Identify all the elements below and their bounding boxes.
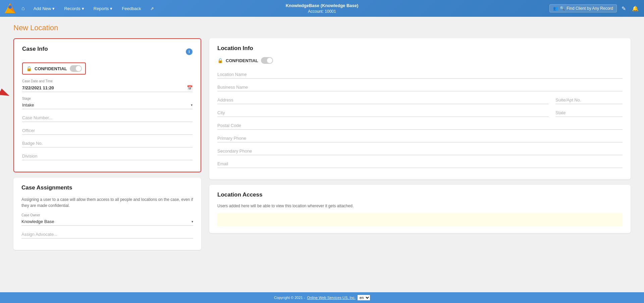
stage-field: Intake Active Closed ▾ <box>22 101 193 109</box>
footer-company-link[interactable]: Online Web Services US, Inc. <box>307 296 356 300</box>
reports-chevron: ▾ <box>110 6 112 11</box>
account-info: Account: 10001 <box>286 9 359 14</box>
assignments-description: Assigning a user to a case will allow th… <box>21 197 193 209</box>
location-name-input[interactable] <box>217 71 623 79</box>
lock-icon: 🔒 <box>26 66 32 71</box>
confidential-label: CONFIDENTIAL <box>35 66 67 71</box>
location-info-card: Location Info 🔒 CONFIDENTIAL <box>209 38 631 179</box>
svg-point-2 <box>8 5 12 9</box>
email-input[interactable] <box>217 160 623 168</box>
location-name-group <box>217 71 623 79</box>
case-owner-label: Case Owner <box>21 213 193 217</box>
suite-input[interactable] <box>555 96 623 104</box>
share-button[interactable]: ⇗ <box>147 5 157 12</box>
left-column: Case Info i 🔒 CONFIDENTIAL Case Date and… <box>13 38 201 250</box>
postal-input[interactable] <box>217 122 623 130</box>
division-group <box>22 152 193 160</box>
confidential-toggle-row: 🔒 CONFIDENTIAL <box>22 62 86 75</box>
notification-bell[interactable]: 🔔 <box>631 4 640 13</box>
case-assignments-title: Case Assignments <box>21 184 193 191</box>
case-owner-select[interactable]: Knowledge Base <box>21 219 192 224</box>
location-access-title: Location Access <box>217 191 623 198</box>
location-info-title: Location Info <box>217 45 623 52</box>
case-owner-field: Knowledge Base ▾ <box>21 218 193 226</box>
edit-button[interactable]: ✎ <box>620 4 627 13</box>
location-confidential-row: 🔒 CONFIDENTIAL <box>217 57 623 64</box>
footer-copyright: Copyright © 2021 - <box>274 296 305 300</box>
case-assignments-card: Case Assignments Assigning a user to a c… <box>13 178 201 250</box>
email-group <box>217 160 623 168</box>
feedback-menu[interactable]: Feedback <box>118 5 144 12</box>
find-client-button[interactable]: 👥 🔍 Find Client by Any Record <box>549 4 617 12</box>
primary-phone-input[interactable] <box>217 134 623 142</box>
people-icon: 👥 <box>553 6 558 11</box>
state-group <box>555 109 623 117</box>
reports-menu[interactable]: Reports ▾ <box>90 5 116 12</box>
case-date-group: Case Date and Time 📅 <box>22 79 193 92</box>
case-info-help[interactable]: i <box>186 48 193 55</box>
stage-group: Stage Intake Active Closed ▾ <box>22 97 193 109</box>
location-confidential-toggle[interactable] <box>261 57 273 64</box>
page-content: New Location Case Info i <box>0 17 644 292</box>
add-new-menu[interactable]: Add New ▾ <box>30 5 58 12</box>
city-input[interactable] <box>217 109 549 117</box>
home-button[interactable]: ⌂ <box>19 4 28 13</box>
logo[interactable] <box>4 2 16 14</box>
page-title: New Location <box>13 24 631 32</box>
location-confidential-label: CONFIDENTIAL <box>226 58 258 63</box>
confidential-toggle[interactable] <box>70 65 82 72</box>
state-input[interactable] <box>555 109 623 117</box>
red-arrow <box>0 85 12 100</box>
feedback-label: Feedback <box>122 6 141 11</box>
assign-advocate-input[interactable] <box>21 230 193 239</box>
stage-chevron: ▾ <box>191 103 193 107</box>
case-number-input[interactable] <box>22 114 193 122</box>
footer: Copyright © 2021 - Online Web Services U… <box>0 292 644 303</box>
case-owner-group: Case Owner Knowledge Base ▾ <box>21 213 193 226</box>
business-name-input[interactable] <box>217 83 623 91</box>
add-new-chevron: ▾ <box>52 6 55 11</box>
reports-label: Reports <box>94 6 109 11</box>
navbar: ⌂ Add New ▾ Records ▾ Reports ▾ Feedback… <box>0 0 644 17</box>
officer-group <box>22 127 193 135</box>
search-icon: 🔍 <box>560 6 565 11</box>
case-info-card: Case Info i 🔒 CONFIDENTIAL Case Date and… <box>13 38 201 172</box>
secondary-phone-input[interactable] <box>217 147 623 155</box>
case-date-field: 📅 <box>22 84 193 92</box>
language-select[interactable]: en es fr <box>358 295 370 300</box>
address-group <box>217 96 549 104</box>
suite-group <box>555 96 623 104</box>
assign-advocate-group <box>21 230 193 239</box>
business-name-group <box>217 83 623 91</box>
location-lock-icon: 🔒 <box>217 58 223 63</box>
navbar-right: 👥 🔍 Find Client by Any Record ✎ 🔔 <box>549 4 640 13</box>
badge-input[interactable] <box>22 139 193 147</box>
records-chevron: ▾ <box>82 6 84 11</box>
officer-input[interactable] <box>22 127 193 135</box>
app-info: KnowledgeBase (Knowledge Base) Account: … <box>286 3 359 14</box>
right-column: Location Info 🔒 CONFIDENTIAL <box>209 38 631 250</box>
location-access-desc: Users added here will be able to view th… <box>217 204 623 208</box>
city-state-row <box>217 109 623 122</box>
stage-select[interactable]: Intake Active Closed <box>22 102 191 107</box>
division-input[interactable] <box>22 152 193 160</box>
case-date-label: Case Date and Time <box>22 79 193 83</box>
address-input[interactable] <box>217 96 549 104</box>
calendar-icon[interactable]: 📅 <box>187 85 193 90</box>
location-access-card: Location Access Users added here will be… <box>209 185 631 233</box>
owner-chevron: ▾ <box>192 220 193 223</box>
records-label: Records <box>64 6 80 11</box>
main-layout: Case Info i 🔒 CONFIDENTIAL Case Date and… <box>13 38 631 250</box>
badge-group <box>22 139 193 147</box>
location-access-input-area[interactable] <box>217 213 623 226</box>
city-group <box>217 109 549 117</box>
app-name: KnowledgeBase (Knowledge Base) <box>286 3 359 9</box>
records-menu[interactable]: Records ▾ <box>61 5 87 12</box>
primary-phone-group <box>217 134 623 142</box>
find-client-label: Find Client by Any Record <box>567 6 613 11</box>
postal-group <box>217 122 623 130</box>
case-info-title: Case Info <box>22 46 48 52</box>
secondary-phone-group <box>217 147 623 155</box>
case-number-group <box>22 114 193 122</box>
case-date-input[interactable] <box>22 85 187 90</box>
